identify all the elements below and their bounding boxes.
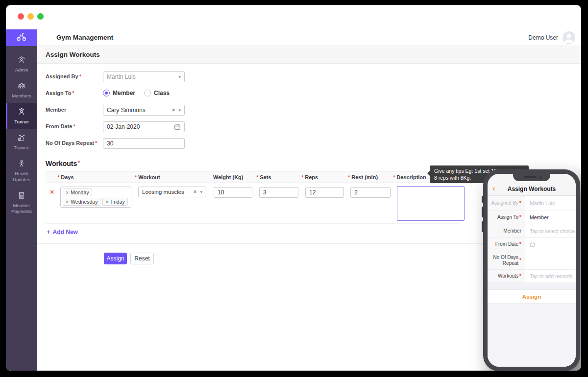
field-label: Assign To* bbox=[488, 211, 525, 224]
reset-button[interactable]: Reset bbox=[130, 253, 154, 264]
minimize-window-button[interactable] bbox=[27, 13, 34, 20]
required-asterisk: * bbox=[78, 160, 80, 165]
radio-member[interactable]: Member bbox=[103, 90, 135, 96]
phone-field-days-repeat[interactable]: No Of Days Repeat* bbox=[488, 251, 576, 270]
member-payments-icon bbox=[17, 190, 26, 200]
camera-dot bbox=[539, 176, 542, 179]
members-icon bbox=[17, 81, 26, 91]
plus-icon: + bbox=[47, 228, 50, 236]
from-date-label: From Date* bbox=[46, 123, 75, 129]
workout-select[interactable]: Loosing muscles × ▾ bbox=[138, 187, 206, 197]
user-name: Demo User bbox=[528, 34, 558, 41]
phone-assign-button[interactable]: Assign bbox=[488, 290, 576, 304]
close-window-button[interactable] bbox=[18, 13, 24, 20]
phone-notch bbox=[513, 174, 550, 181]
trainee-icon bbox=[17, 133, 26, 142]
column-header-workout: *Workout bbox=[135, 174, 160, 180]
description-textarea[interactable] bbox=[397, 186, 465, 221]
from-date-field[interactable]: 02-Jan-2020 bbox=[103, 121, 185, 132]
column-header-weight: Weight (Kg) bbox=[213, 174, 244, 180]
day-tag: ×Friday bbox=[102, 198, 127, 206]
phone-field-from-date[interactable]: From Date* bbox=[488, 238, 576, 251]
health-updates-icon bbox=[17, 159, 26, 168]
phone-mockup: ‹ Assign Workouts Assigned By* Martin Lu… bbox=[483, 169, 580, 371]
assign-to-label: Assign To* bbox=[46, 90, 74, 96]
calendar-icon bbox=[530, 242, 535, 247]
remove-icon[interactable]: × bbox=[66, 189, 69, 195]
calendar-icon[interactable] bbox=[174, 123, 181, 130]
mute-switch bbox=[482, 196, 484, 203]
delete-row-icon[interactable]: × bbox=[50, 188, 54, 195]
field-label: Workouts* bbox=[488, 270, 525, 283]
workouts-section-title: Workouts* bbox=[46, 160, 80, 167]
phone-field-assign-to[interactable]: Assign To* Member bbox=[488, 211, 576, 224]
field-label: Member bbox=[488, 224, 525, 237]
column-header-days: *Days bbox=[57, 174, 74, 180]
clear-icon[interactable]: × bbox=[172, 107, 175, 114]
cyclist-icon bbox=[15, 31, 28, 45]
days-multiselect[interactable]: ×Monday ×Wednesday ×Friday bbox=[60, 187, 131, 208]
remove-icon[interactable]: × bbox=[105, 199, 108, 205]
row-divider bbox=[46, 223, 460, 224]
assigned-by-label: Assigned By* bbox=[46, 73, 81, 79]
phone-field-member[interactable]: Member Tap to select choice bbox=[488, 224, 576, 238]
column-header-description: *Description bbox=[393, 174, 426, 180]
sidebar-item-admin[interactable]: Admin bbox=[6, 51, 37, 77]
app-title: Gym Management bbox=[56, 34, 113, 41]
column-header-rest: *Rest (min) bbox=[348, 174, 378, 180]
radio-dot bbox=[144, 90, 151, 96]
page-title: Assign Workouts bbox=[46, 51, 100, 58]
speaker-slot bbox=[524, 176, 537, 178]
radio-class[interactable]: Class bbox=[144, 90, 170, 96]
clear-icon[interactable]: × bbox=[193, 188, 196, 195]
app-header: Gym Management Demo User bbox=[37, 29, 581, 46]
required-asterisk: * bbox=[79, 73, 81, 79]
avatar[interactable] bbox=[563, 31, 575, 44]
member-label: Member bbox=[46, 107, 66, 113]
field-label: Assigned By* bbox=[488, 196, 525, 211]
admin-icon bbox=[17, 55, 26, 65]
reps-input[interactable] bbox=[305, 187, 344, 198]
radio-dot bbox=[103, 90, 110, 96]
field-label: From Date* bbox=[488, 238, 525, 251]
zoom-window-button[interactable] bbox=[37, 13, 44, 20]
sidebar-item-member-payments[interactable]: Member Payments bbox=[6, 187, 37, 218]
assigned-by-select[interactable]: Martin Luis ▾ bbox=[103, 71, 185, 82]
weight-input[interactable] bbox=[214, 187, 252, 198]
volume-up-button bbox=[482, 207, 484, 217]
chevron-down-icon: ▾ bbox=[178, 108, 181, 113]
phone-screen-background bbox=[488, 304, 576, 367]
phone-page-title: Assign Workouts bbox=[488, 186, 576, 192]
day-tag: ×Monday bbox=[63, 188, 92, 196]
remove-icon[interactable]: × bbox=[66, 199, 69, 205]
sidebar-item-health-updates[interactable]: Health Updates bbox=[6, 155, 37, 187]
trainer-icon bbox=[17, 107, 26, 117]
field-label: No Of Days Repeat* bbox=[488, 251, 525, 269]
page-titlebar: Assign Workouts bbox=[37, 46, 581, 64]
assign-button[interactable]: Assign bbox=[104, 253, 127, 264]
required-asterisk: * bbox=[73, 123, 75, 129]
rest-input[interactable] bbox=[350, 187, 391, 198]
assign-to-radio-group: Member Class bbox=[103, 90, 170, 96]
sidebar-item-trainee[interactable]: Trainee bbox=[6, 129, 37, 155]
volume-down-button bbox=[482, 221, 484, 232]
phone-screen: ‹ Assign Workouts Assigned By* Martin Lu… bbox=[488, 174, 576, 367]
phone-field-assigned-by[interactable]: Assigned By* Martin Luis bbox=[488, 196, 576, 211]
chevron-down-icon: ▾ bbox=[200, 189, 202, 194]
days-repeat-label: No Of Days Repeat* bbox=[46, 140, 97, 146]
sidebar: Admin Members Trainer bbox=[6, 46, 37, 371]
required-asterisk: * bbox=[72, 90, 74, 96]
chevron-down-icon: ▾ bbox=[178, 74, 181, 79]
days-repeat-input[interactable] bbox=[103, 138, 185, 149]
member-select[interactable]: Cary Simmons × ▾ bbox=[103, 105, 185, 116]
phone-section-gap bbox=[488, 283, 576, 290]
phone-field-workouts[interactable]: Workouts* Tap to add records bbox=[488, 270, 576, 283]
app-logo[interactable] bbox=[6, 29, 37, 46]
required-asterisk: * bbox=[95, 140, 97, 146]
column-header-reps: *Reps bbox=[301, 174, 318, 180]
sets-input[interactable] bbox=[259, 187, 298, 198]
sidebar-item-trainer[interactable]: Trainer bbox=[6, 103, 37, 129]
sidebar-item-members[interactable]: Members bbox=[6, 77, 37, 103]
add-new-link[interactable]: + Add New bbox=[47, 228, 78, 236]
day-tag: ×Wednesday bbox=[63, 198, 100, 206]
